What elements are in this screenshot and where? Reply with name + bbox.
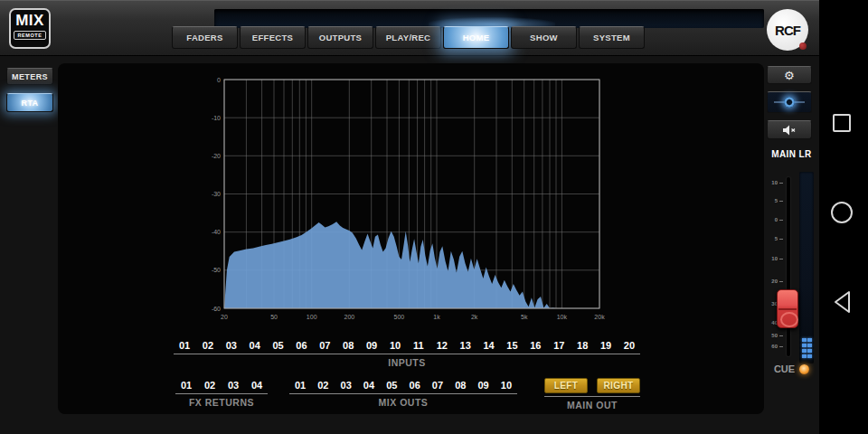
input-01[interactable]: 01 (174, 340, 195, 351)
main-out-rule (544, 396, 640, 397)
main-out-label: MAIN OUT (544, 400, 640, 410)
tab-home[interactable]: HOME (443, 26, 509, 49)
input-07[interactable]: 07 (314, 340, 335, 351)
fader-tick-9: 60 (769, 344, 783, 349)
mix-outs-group: 01020304050607080910 MIX OUTS (289, 380, 517, 408)
rta-button[interactable]: RTA (6, 93, 53, 112)
meters-button[interactable]: METERS (6, 68, 53, 85)
mix-out-10[interactable]: 10 (495, 380, 517, 391)
mix-remote-logo: MIX REMOTE (9, 8, 51, 49)
mix-out-04[interactable]: 04 (358, 380, 380, 391)
input-10[interactable]: 10 (384, 340, 406, 351)
input-09[interactable]: 09 (361, 340, 382, 351)
fader-view-button[interactable] (767, 91, 812, 113)
home-icon[interactable] (831, 202, 853, 223)
input-17[interactable]: 17 (548, 340, 570, 351)
meter-segment-1-3 (807, 354, 812, 358)
input-13[interactable]: 13 (455, 340, 476, 351)
tab-bar: FADERSEFFECTSOUTPUTSPLAY/RECHOMESHOWSYST… (172, 26, 646, 49)
mix-out-03[interactable]: 03 (335, 380, 357, 391)
gear-icon: ⚙ (784, 69, 795, 82)
back-icon[interactable] (832, 289, 855, 315)
tab-effects[interactable]: EFFECTS (240, 26, 306, 49)
input-02[interactable]: 02 (197, 340, 219, 351)
mix-out-02[interactable]: 02 (312, 380, 334, 391)
inputs-channels: 0102030405060708091011121314151617181920 (174, 340, 640, 351)
fader-knob[interactable] (777, 289, 798, 328)
fx-return-03[interactable]: 03 (222, 380, 244, 391)
input-04[interactable]: 04 (244, 340, 266, 351)
fx-return-01[interactable]: 01 (175, 380, 197, 391)
input-03[interactable]: 03 (221, 340, 242, 351)
input-20[interactable]: 20 (618, 340, 640, 351)
cue-indicator[interactable] (799, 364, 809, 374)
input-19[interactable]: 19 (595, 340, 617, 351)
svg-text:-10: -10 (212, 115, 221, 121)
svg-text:20: 20 (221, 314, 228, 320)
settings-button[interactable]: ⚙ (767, 66, 812, 84)
cue-row: CUE (764, 363, 819, 374)
input-12[interactable]: 12 (431, 340, 453, 351)
mute-button[interactable] (767, 120, 812, 139)
mix-outs-channels: 01020304050607080910 (289, 380, 517, 391)
main-left-button[interactable]: LEFT (544, 378, 588, 393)
screen: MIX REMOTE FADERSEFFECTSOUTPUTSPLAY/RECH… (0, 0, 868, 434)
recents-icon[interactable] (833, 114, 851, 132)
input-15[interactable]: 15 (501, 340, 523, 351)
tab-outputs[interactable]: OUTPUTS (307, 26, 373, 49)
mix-out-07[interactable]: 07 (427, 380, 448, 391)
input-06[interactable]: 06 (290, 340, 312, 351)
main-out-group: LEFT RIGHT MAIN OUT (544, 378, 640, 410)
input-11[interactable]: 11 (408, 340, 429, 351)
fader-slot (787, 177, 790, 356)
cue-label: CUE (774, 363, 795, 374)
fx-returns-group: 01020304 FX RETURNS (175, 380, 268, 408)
svg-text:-40: -40 (212, 229, 221, 235)
fader-tick-0: 10 (769, 180, 783, 185)
input-16[interactable]: 16 (524, 340, 546, 351)
main-right-button[interactable]: RIGHT (597, 378, 640, 393)
meter-segment-1-1 (807, 344, 812, 347)
svg-text:20k: 20k (594, 314, 605, 320)
main-lr-label: MAIN LR (764, 149, 819, 159)
fader-tick-3: 5 (769, 236, 783, 241)
fx-return-04[interactable]: 04 (246, 380, 268, 391)
mix-out-08[interactable]: 08 (449, 380, 471, 391)
inputs-label: INPUTS (174, 357, 640, 368)
input-05[interactable]: 05 (268, 340, 289, 351)
input-18[interactable]: 18 (571, 340, 593, 351)
fader-tick-4: 10 (769, 256, 783, 261)
svg-text:200: 200 (344, 314, 354, 320)
fx-returns-label: FX RETURNS (175, 397, 268, 408)
svg-text:5k: 5k (521, 314, 528, 320)
svg-text:0: 0 (217, 77, 221, 83)
mix-out-01[interactable]: 01 (289, 380, 311, 391)
fader-tick-5: 20 (769, 278, 783, 284)
tab-show[interactable]: SHOW (511, 26, 577, 49)
fx-return-02[interactable]: 02 (199, 380, 221, 391)
tab-faders[interactable]: FADERS (172, 26, 238, 49)
meter-segment-0-3 (802, 354, 807, 358)
fader-tick-1: 5 (769, 198, 783, 203)
svg-text:500: 500 (394, 314, 405, 320)
mix-out-05[interactable]: 05 (381, 380, 402, 391)
logo-mix-text: MIX (15, 13, 44, 29)
svg-text:-50: -50 (212, 267, 221, 273)
rcf-logo-text: RCF (775, 23, 800, 38)
tab-playrec[interactable]: PLAY/REC (375, 26, 441, 49)
tab-system[interactable]: SYSTEM (579, 26, 645, 49)
logo-remote-text: REMOTE (14, 31, 45, 40)
meter-segment-0-2 (802, 349, 807, 353)
meter-segment-1-0 (807, 338, 812, 342)
fx-returns-channels: 01020304 (175, 380, 268, 391)
slider-icon (774, 96, 805, 108)
svg-text:1k: 1k (433, 314, 440, 320)
main-out-buttons: LEFT RIGHT (544, 378, 640, 393)
status-led (799, 42, 807, 50)
top-recess-panel (214, 9, 764, 28)
mix-out-06[interactable]: 06 (404, 380, 426, 391)
mix-out-09[interactable]: 09 (473, 380, 495, 391)
svg-text:100: 100 (307, 314, 317, 320)
input-14[interactable]: 14 (478, 340, 500, 351)
input-08[interactable]: 08 (337, 340, 359, 351)
